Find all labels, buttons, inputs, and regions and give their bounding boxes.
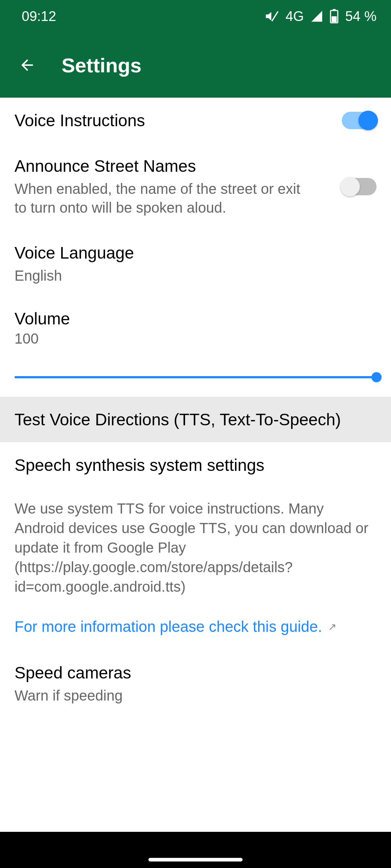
app-bar: Settings: [0, 33, 391, 98]
settings-list: Voice Instructions Announce Street Names…: [0, 98, 391, 832]
toggle-knob: [358, 111, 378, 130]
toggle-knob: [340, 177, 360, 196]
setting-speech-synthesis[interactable]: Speech synthesis system settings: [0, 442, 391, 488]
setting-voice-instructions[interactable]: Voice Instructions: [0, 98, 391, 143]
volume-value: 100: [14, 331, 377, 347]
battery-icon: [330, 9, 339, 24]
signal-icon: [310, 10, 323, 23]
slider-thumb[interactable]: [371, 372, 382, 382]
setting-announce-street-names[interactable]: Announce Street Names When enabled, the …: [0, 143, 391, 230]
mute-icon: [265, 9, 279, 24]
status-bar: 09:12 4G 54 %: [0, 0, 391, 33]
setting-title: Volume: [14, 309, 377, 328]
setting-title: Announce Street Names: [14, 156, 331, 176]
section-header-tts: Test Voice Directions (TTS, Text-To-Spee…: [0, 397, 391, 442]
announce-street-names-toggle[interactable]: [342, 178, 377, 195]
setting-voice-language[interactable]: Voice Language English: [0, 230, 391, 298]
external-link-icon: ↗: [328, 621, 336, 633]
arrow-left-icon: [18, 56, 36, 74]
setting-title: Speech synthesis system settings: [14, 455, 377, 475]
svg-line-0: [272, 12, 278, 21]
volume-slider[interactable]: [14, 372, 377, 382]
network-label: 4G: [286, 9, 304, 24]
setting-value: English: [14, 266, 311, 285]
slider-track: [14, 376, 377, 378]
setting-subtitle: When enabled, the name of the street or …: [14, 179, 311, 217]
page-title: Settings: [62, 54, 142, 77]
back-button[interactable]: [14, 52, 40, 78]
status-time: 09:12: [22, 9, 56, 24]
svg-rect-2: [333, 9, 336, 10]
setting-title: Voice Instructions: [14, 111, 331, 130]
setting-volume: Volume 100: [0, 298, 391, 397]
voice-instructions-toggle[interactable]: [342, 112, 377, 129]
setting-title: Speed cameras: [14, 663, 377, 682]
link-text: For more information please check this g…: [14, 618, 322, 635]
setting-subtitle: Warn if speeding: [14, 686, 311, 705]
tts-guide-link[interactable]: For more information please check this g…: [0, 607, 391, 650]
tts-info-text: We use system TTS for voice instructions…: [0, 488, 391, 607]
setting-speed-cameras[interactable]: Speed cameras Warn if speeding: [0, 650, 391, 718]
setting-title: Voice Language: [14, 243, 377, 263]
nav-pill: [148, 858, 243, 861]
svg-rect-3: [332, 16, 337, 22]
battery-text: 54 %: [345, 9, 377, 24]
